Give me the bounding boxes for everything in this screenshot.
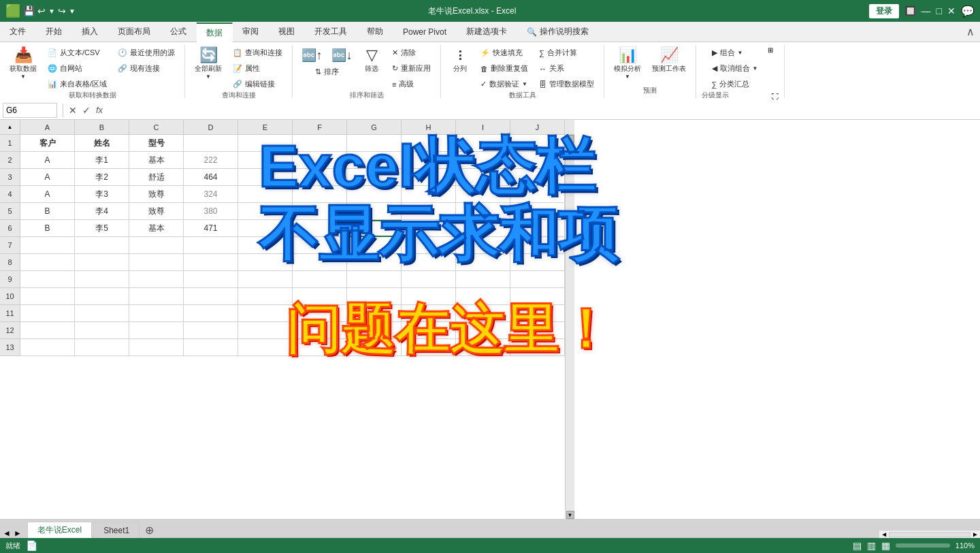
select-all-button[interactable]: ▲	[0, 120, 20, 135]
tab-insert[interactable]: 插入	[72, 22, 108, 42]
tab-file[interactable]: 文件	[0, 22, 36, 42]
cell-g2[interactable]	[347, 152, 402, 169]
ribbon-display-icon[interactable]: 🔲	[904, 5, 916, 16]
cell-i3[interactable]	[456, 169, 510, 186]
tab-search[interactable]: 🔍操作说明搜索	[517, 22, 599, 42]
row-header-2[interactable]: 2	[0, 152, 20, 169]
cell-b7[interactable]	[75, 237, 129, 254]
sheet-scroll-right-icon[interactable]: ►	[14, 528, 22, 538]
cell-j2[interactable]	[510, 152, 565, 169]
cell-d2[interactable]: 222	[184, 152, 238, 169]
save-icon[interactable]: 💾	[23, 5, 35, 16]
cell-c7[interactable]	[129, 237, 184, 254]
cell-b4[interactable]: 李3	[75, 186, 129, 203]
from-text-csv-button[interactable]: 📄从文本/CSV	[44, 46, 111, 59]
from-web-button[interactable]: 🌐自网站	[44, 62, 111, 75]
cell-b1[interactable]: 姓名	[75, 135, 129, 152]
vertical-scrollbar[interactable]: ▲ ▼	[565, 135, 574, 519]
cell-a7[interactable]	[20, 237, 75, 254]
cell-j3[interactable]	[510, 169, 565, 186]
cell-h3[interactable]	[402, 169, 456, 186]
zoom-slider[interactable]	[896, 543, 950, 548]
row-header-9[interactable]: 9	[0, 271, 20, 288]
col-header-b[interactable]: B	[75, 120, 129, 135]
col-header-d[interactable]: D	[184, 120, 238, 135]
cell-h4[interactable]	[402, 186, 456, 203]
tab-developer[interactable]: 开发工具	[305, 22, 357, 42]
tab-view[interactable]: 视图	[269, 22, 305, 42]
cell-j1[interactable]	[510, 135, 565, 152]
insert-function-icon[interactable]: fx	[96, 105, 103, 115]
existing-connections-button[interactable]: 🔗现有连接	[114, 62, 179, 75]
sheet-tab-sheet1[interactable]: Sheet1	[93, 522, 140, 538]
cell-b6[interactable]: 李5	[75, 220, 129, 237]
from-table-button[interactable]: 📊来自表格/区域	[44, 78, 111, 91]
cell-c6[interactable]: 基本	[129, 220, 184, 237]
manage-model-button[interactable]: 🗄管理数据模型	[535, 78, 598, 91]
tab-data[interactable]: 数据	[197, 22, 233, 43]
remove-duplicates-button[interactable]: 🗑删除重复值	[476, 62, 532, 75]
col-header-e[interactable]: E	[238, 120, 293, 135]
cell-e4[interactable]	[238, 186, 293, 203]
scroll-track[interactable]	[566, 143, 574, 511]
cell-j6[interactable]	[510, 220, 565, 237]
cell-d6[interactable]: 471	[184, 220, 238, 237]
chat-icon[interactable]: 💬	[961, 5, 975, 18]
flash-fill-button[interactable]: ⚡快速填充	[476, 46, 532, 59]
group-button[interactable]: ▶组合 ▼	[708, 46, 762, 59]
sheet-scroll-left-icon[interactable]: ◄	[3, 528, 11, 538]
col-header-f[interactable]: F	[293, 120, 347, 135]
cell-f1[interactable]	[293, 135, 347, 152]
cell-h2[interactable]	[402, 152, 456, 169]
cell-e2[interactable]	[238, 152, 293, 169]
h-scroll-right-icon[interactable]: ►	[972, 531, 979, 538]
relations-button[interactable]: ↔关系	[535, 62, 598, 75]
h-scroll-left-icon[interactable]: ◄	[881, 531, 887, 538]
cell-e7[interactable]	[238, 237, 293, 254]
scroll-up-button[interactable]: ▲	[566, 135, 574, 143]
cell-a3[interactable]: A	[20, 169, 75, 186]
name-box[interactable]	[3, 103, 57, 118]
view-normal-icon[interactable]: ▤	[853, 540, 862, 551]
cell-i7[interactable]	[456, 237, 510, 254]
cell-g5[interactable]	[347, 203, 402, 220]
cell-a2[interactable]: A	[20, 152, 75, 169]
col-header-i[interactable]: I	[456, 120, 510, 135]
cell-f6[interactable]	[293, 220, 347, 237]
cell-i6[interactable]	[456, 220, 510, 237]
query-connections-button[interactable]: 📋查询和连接	[229, 46, 287, 59]
tab-formulas[interactable]: 公式	[161, 22, 197, 42]
cell-i4[interactable]	[456, 186, 510, 203]
cell-j5[interactable]	[510, 203, 565, 220]
forecast-sheet-button[interactable]: 📈 预测工作表	[648, 46, 690, 75]
cell-g3[interactable]	[347, 169, 402, 186]
cell-d4[interactable]: 324	[184, 186, 238, 203]
row-header-4[interactable]: 4	[0, 186, 20, 203]
confirm-formula-icon[interactable]: ✓	[82, 105, 91, 116]
ribbon-collapse-icon[interactable]: ∧	[966, 25, 975, 38]
cell-e1[interactable]	[238, 135, 293, 152]
view-page-layout-icon[interactable]: ▥	[867, 540, 876, 551]
cell-f5[interactable]	[293, 203, 347, 220]
cell-g6[interactable]	[347, 220, 402, 237]
cell-j4[interactable]	[510, 186, 565, 203]
properties-button[interactable]: 📝属性	[229, 62, 287, 75]
cell-b5[interactable]: 李4	[75, 203, 129, 220]
cell-d7[interactable]	[184, 237, 238, 254]
cell-e3[interactable]	[238, 169, 293, 186]
cell-c3[interactable]: 舒适	[129, 169, 184, 186]
clear-button[interactable]: ✕清除	[388, 46, 435, 59]
scroll-down-button[interactable]: ▼	[566, 511, 574, 519]
whatif-button[interactable]: 📊 模拟分析 ▼	[610, 46, 645, 81]
col-header-g[interactable]: G	[347, 120, 402, 135]
h-scroll-track[interactable]	[889, 532, 970, 537]
horizontal-scrollbar[interactable]: ◄ ►	[879, 530, 980, 538]
edit-links-button[interactable]: 🔗编辑链接	[229, 78, 287, 91]
minimize-icon[interactable]: —	[921, 5, 931, 16]
customize-qat-icon[interactable]: ▼	[69, 7, 76, 15]
view-page-break-icon[interactable]: ▦	[881, 540, 890, 551]
cell-b2[interactable]: 李1	[75, 152, 129, 169]
cell-g7[interactable]	[347, 237, 402, 254]
col-header-c[interactable]: C	[129, 120, 184, 135]
col-header-j[interactable]: J	[510, 120, 565, 135]
